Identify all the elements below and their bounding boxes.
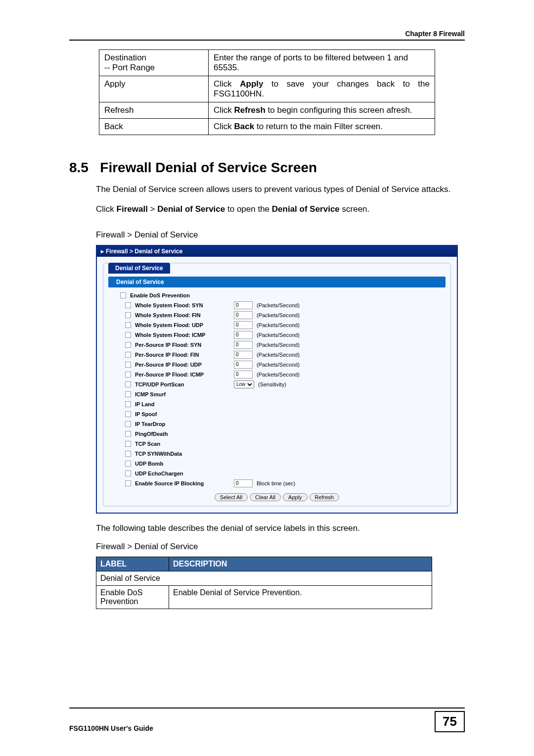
desc-label: Enable DoS Prevention (96, 585, 169, 609)
clear-all-button[interactable]: Clear All (250, 493, 281, 501)
dos-sensitivity-select[interactable]: Low (234, 380, 254, 388)
dos-option-checkbox[interactable] (125, 362, 131, 368)
dos-unit-label: Block time (sec) (257, 480, 295, 486)
dos-threshold-input[interactable] (234, 331, 253, 339)
dos-button-row: Select AllClear AllApplyRefresh (103, 493, 450, 501)
dos-threshold-input[interactable] (234, 311, 253, 319)
dos-option-checkbox[interactable] (125, 322, 131, 328)
dos-block-time-input[interactable] (234, 479, 253, 487)
dos-option-checkbox[interactable] (125, 411, 131, 417)
dos-option-row: IP TearDrop (103, 419, 450, 429)
dos-option-row: TCP Scan (103, 439, 450, 449)
desc-section-cell: Denial of Service (96, 571, 432, 585)
dos-option-row: Per-Source IP Flood: ICMP(Packets/Second… (103, 370, 450, 379)
section-intro: The Denial of Service screen allows user… (96, 184, 465, 195)
dos-option-checkbox[interactable] (125, 451, 131, 457)
filter-desc: Enter the range of ports to be filtered … (209, 50, 435, 76)
dos-threshold-input[interactable] (234, 341, 253, 349)
dos-option-checkbox[interactable] (125, 332, 131, 338)
dos-option-row: IP Spoof (103, 409, 450, 419)
dos-screenshot: Firewall > Denial of Service Denial of S… (96, 245, 458, 514)
dos-threshold-input[interactable] (234, 301, 253, 309)
filter-desc: Click Refresh to begin configuring this … (209, 102, 435, 119)
filter-label: Apply (99, 76, 209, 102)
desc-table-caption: Firewall > Denial of Service (96, 542, 465, 552)
dos-option-label: Whole System Flood: UDP (135, 322, 234, 328)
dos-option-checkbox[interactable] (125, 471, 131, 476)
dos-option-checkbox[interactable] (125, 352, 131, 358)
dos-option-row: IP Land (103, 399, 450, 409)
dos-unit-label: (Packets/Second) (257, 342, 300, 348)
dos-unit-label: (Packets/Second) (257, 352, 300, 358)
footer-guide: FSG1100HN User's Guide (69, 724, 153, 732)
dos-option-checkbox[interactable] (125, 401, 131, 407)
dos-option-label: Enable Source IP Blocking (135, 480, 234, 486)
figure-caption: Firewall > Denial of Service (96, 230, 465, 240)
table-row: Refresh Click Refresh to begin configuri… (99, 102, 435, 119)
table-section-row: Denial of Service (96, 571, 432, 585)
apply-button[interactable]: Apply (283, 493, 308, 501)
dos-option-label: IP Spoof (135, 411, 234, 417)
filter-table: Destination -- Port Range Enter the rang… (99, 49, 435, 135)
dos-option-label: Per-Source IP Flood: ICMP (135, 372, 234, 378)
dos-unit-label: (Packets/Second) (257, 332, 300, 338)
dos-threshold-input[interactable] (234, 371, 253, 378)
dos-option-checkbox[interactable] (125, 391, 131, 397)
dos-option-label: Per-Source IP Flood: FIN (135, 352, 234, 358)
desc-header-label: LABEL (96, 557, 169, 571)
dos-option-checkbox[interactable] (125, 421, 131, 427)
filter-desc: Click Apply to save your changes back to… (209, 76, 435, 102)
section-nav: Click Firewall > Denial of Service to op… (96, 204, 465, 215)
dos-threshold-input[interactable] (234, 361, 253, 369)
footer-rule (69, 708, 465, 709)
dos-option-checkbox[interactable] (125, 381, 131, 387)
desc-header-description: DESCRIPTION (169, 557, 432, 571)
dos-option-checkbox[interactable] (125, 441, 131, 447)
dos-threshold-input[interactable] (234, 321, 253, 329)
dos-option-row: Whole System Flood: SYN(Packets/Second) (103, 300, 450, 310)
dos-unit-label: (Packets/Second) (257, 362, 300, 368)
chapter-header: Chapter 8 Firewall (69, 30, 465, 41)
dos-unit-label: (Packets/Second) (257, 322, 300, 328)
select-all-button[interactable]: Select All (215, 493, 248, 501)
table-header-row: LABEL DESCRIPTION (96, 557, 432, 571)
dos-tab[interactable]: Denial of Service (108, 263, 170, 274)
dos-option-label: ICMP Smurf (135, 391, 234, 397)
enable-dos-label: Enable DoS Prevention (130, 292, 229, 298)
dos-option-label: UDP Bomb (135, 461, 234, 467)
dos-unit-label: (Sensitivity) (258, 381, 286, 387)
dos-subheader: Denial of Service (108, 277, 445, 287)
dos-option-row: Enable Source IP BlockingBlock time (sec… (103, 478, 450, 488)
enable-dos-checkbox[interactable] (120, 292, 126, 298)
dos-option-label: UDP EchoChargen (135, 471, 234, 476)
dos-unit-label: (Packets/Second) (257, 372, 300, 378)
table-row: Destination -- Port Range Enter the rang… (99, 50, 435, 76)
dos-option-checkbox[interactable] (125, 312, 131, 318)
filter-label: Destination -- Port Range (99, 50, 209, 76)
dos-option-checkbox[interactable] (125, 372, 131, 378)
dos-option-row: Per-Source IP Flood: FIN(Packets/Second) (103, 350, 450, 360)
dos-threshold-input[interactable] (234, 351, 253, 359)
dos-option-label: Whole System Flood: ICMP (135, 332, 234, 338)
dos-option-label: Whole System Flood: FIN (135, 312, 234, 318)
dos-option-checkbox[interactable] (125, 302, 131, 308)
dos-option-row: Whole System Flood: UDP(Packets/Second) (103, 320, 450, 330)
refresh-button[interactable]: Refresh (310, 493, 340, 501)
dos-option-row: UDP EchoChargen (103, 469, 450, 478)
desc-text: Enable Denial of Service Prevention. (169, 585, 432, 609)
dos-option-label: Per-Source IP Flood: UDP (135, 362, 234, 368)
dos-option-row: ICMP Smurf (103, 389, 450, 399)
dos-option-checkbox[interactable] (125, 480, 131, 486)
table-row: Enable DoS Prevention Enable Denial of S… (96, 585, 432, 609)
dos-unit-label: (Packets/Second) (257, 302, 300, 308)
dos-option-checkbox[interactable] (125, 431, 131, 437)
after-screenshot-text: The following table describes the denial… (96, 523, 465, 533)
dos-option-row: PingOfDeath (103, 429, 450, 439)
table-row: Apply Click Apply to save your changes b… (99, 76, 435, 102)
filter-label: Back (99, 119, 209, 135)
dos-breadcrumb: Firewall > Denial of Service (97, 246, 457, 257)
dos-option-checkbox[interactable] (125, 461, 131, 467)
dos-option-checkbox[interactable] (125, 342, 131, 348)
dos-option-row: TCP SYNWithData (103, 449, 450, 459)
dos-option-row: UDP Bomb (103, 459, 450, 469)
